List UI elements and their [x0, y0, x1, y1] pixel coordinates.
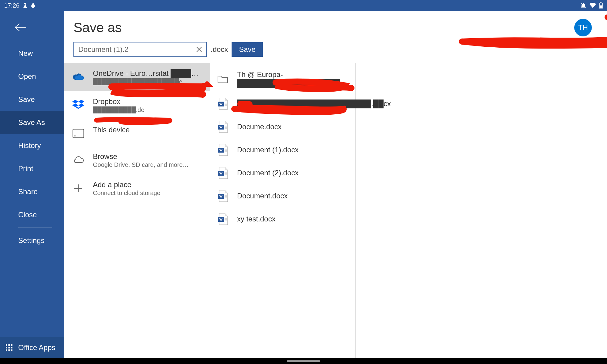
- onedrive-icon: [72, 70, 85, 84]
- svg-rect-12: [73, 129, 84, 138]
- drop-icon: [31, 3, 35, 8]
- wifi-icon: [589, 3, 596, 8]
- sidebar-separator: [18, 228, 52, 228]
- android-nav-bar: [0, 358, 607, 364]
- filename-input[interactable]: [74, 45, 192, 54]
- android-status-bar: 17:26: [0, 0, 607, 11]
- dropbox-icon: [72, 99, 85, 112]
- folder-icon: [217, 72, 229, 86]
- word-file-icon: W: [217, 97, 229, 110]
- file-extension-label[interactable]: .docx: [211, 45, 228, 54]
- file-item[interactable]: WDocume.docx: [210, 115, 355, 138]
- svg-rect-1: [600, 2, 602, 3]
- svg-text:W: W: [219, 194, 223, 198]
- svg-rect-6: [6, 347, 7, 349]
- file-item[interactable]: Wxy test.docx: [210, 207, 355, 231]
- word-file-icon: W: [217, 166, 229, 180]
- svg-text:W: W: [219, 125, 223, 129]
- sidebar-item-save[interactable]: Save: [0, 88, 64, 111]
- file-name: Document (2).docx: [237, 169, 299, 177]
- svg-point-13: [74, 135, 76, 136]
- save-locations-column: OneDrive - Euro…rsität ████████g████████…: [64, 63, 210, 358]
- svg-rect-7: [8, 347, 10, 349]
- notifications-off-icon: [580, 2, 586, 8]
- file-name: xy test.docx: [237, 215, 276, 223]
- close-icon: [195, 46, 203, 53]
- location-plus[interactable]: Add a placeConnect to cloud storage: [64, 174, 210, 203]
- sidebar-item-new[interactable]: New: [0, 42, 64, 65]
- word-file-icon: W: [217, 143, 229, 157]
- office-apps-label: Office Apps: [18, 343, 55, 352]
- svg-text:W: W: [219, 217, 223, 221]
- sidebar-item-close[interactable]: Close: [0, 203, 64, 226]
- file-name: Document (1).docx: [237, 146, 299, 154]
- sidebar-item-settings[interactable]: Settings: [0, 229, 64, 252]
- plus-icon: [72, 182, 85, 195]
- location-title: Dropbox: [93, 97, 144, 106]
- back-button[interactable]: [0, 17, 64, 42]
- clear-filename-button[interactable]: [192, 42, 206, 57]
- svg-rect-3: [6, 344, 7, 346]
- location-title: OneDrive - Euro…rsität ████████g: [93, 69, 203, 78]
- location-title: Browse: [93, 152, 189, 161]
- word-file-icon: W: [217, 212, 229, 226]
- svg-rect-4: [8, 344, 10, 346]
- chess-piece-icon: [23, 3, 27, 8]
- back-arrow-icon: [15, 23, 27, 32]
- file-name: Th @ Europa-████████████████████: [237, 70, 349, 87]
- svg-rect-5: [11, 344, 12, 346]
- location-onedrive[interactable]: OneDrive - Euro…rsität ████████g████████…: [64, 63, 210, 91]
- location-subtitle: ██████████.de: [93, 106, 144, 113]
- sidebar-item-save-as[interactable]: Save As: [0, 111, 64, 134]
- svg-rect-8: [11, 347, 12, 349]
- file-menu-sidebar: NewOpenSaveSave AsHistoryPrintShareClose…: [0, 11, 64, 358]
- location-dropbox[interactable]: Dropbox██████████.de: [64, 91, 210, 120]
- svg-text:W: W: [219, 102, 223, 106]
- folder-item[interactable]: Th @ Europa-████████████████████: [210, 66, 355, 92]
- file-name: Docume.docx: [237, 123, 282, 131]
- cloud-icon: [72, 153, 85, 167]
- location-subtitle: Google Drive, SD card, and more…: [93, 161, 189, 168]
- location-cloud[interactable]: BrowseGoogle Drive, SD card, and more…: [64, 146, 210, 174]
- file-item[interactable]: WDocument.docx: [210, 184, 355, 207]
- apps-grid-icon: [5, 344, 13, 351]
- svg-text:W: W: [219, 148, 223, 152]
- svg-rect-9: [6, 349, 7, 351]
- location-subtitle: Connect to cloud storage: [93, 190, 160, 197]
- battery-icon: [599, 2, 603, 8]
- file-name: Document.docx: [237, 192, 288, 200]
- location-device[interactable]: This device: [64, 120, 210, 146]
- svg-rect-2: [600, 5, 602, 8]
- location-title: Add a place: [93, 180, 160, 189]
- page-title: Save as: [73, 20, 122, 35]
- filename-field-wrapper: [73, 42, 207, 57]
- file-item[interactable]: WDocument (2).docx: [210, 161, 355, 184]
- location-title: This device: [93, 126, 130, 134]
- avatar-initials: TH: [578, 23, 588, 32]
- sidebar-item-history[interactable]: History: [0, 134, 64, 157]
- file-list-column: Th @ Europa-████████████████████W███████…: [210, 63, 356, 358]
- file-item[interactable]: W██████████████████████████.██cx: [210, 92, 355, 115]
- file-item[interactable]: WDocument (1).docx: [210, 138, 355, 161]
- device-icon: [72, 127, 85, 140]
- file-name: ██████████████████████████.██cx: [237, 99, 391, 108]
- home-indicator[interactable]: [287, 360, 320, 362]
- svg-text:W: W: [219, 171, 223, 175]
- svg-rect-10: [8, 349, 10, 351]
- sidebar-item-open[interactable]: Open: [0, 65, 64, 88]
- clock: 17:26: [4, 2, 19, 9]
- save-button[interactable]: Save: [232, 42, 263, 57]
- account-avatar[interactable]: TH: [574, 19, 592, 36]
- svg-rect-11: [11, 349, 12, 351]
- office-apps-button[interactable]: Office Apps: [0, 337, 64, 358]
- word-file-icon: W: [217, 120, 229, 133]
- sidebar-item-share[interactable]: Share: [0, 180, 64, 203]
- word-file-icon: W: [217, 189, 229, 203]
- location-subtitle: ████████████████████e: [93, 78, 203, 85]
- sidebar-item-print[interactable]: Print: [0, 157, 64, 180]
